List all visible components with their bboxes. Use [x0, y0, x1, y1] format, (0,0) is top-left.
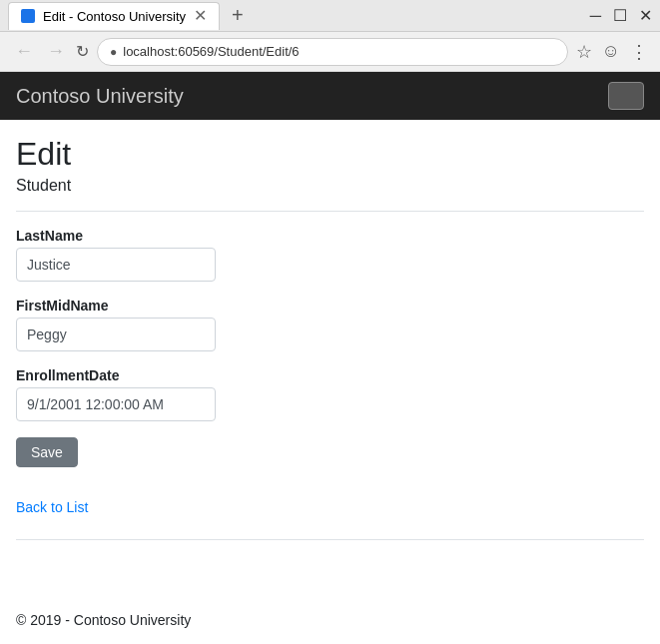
- first-mid-name-input[interactable]: [16, 318, 216, 351]
- copyright-text: © 2019 - Contoso University: [16, 612, 191, 628]
- top-divider: [16, 211, 644, 212]
- nav-toggle-button[interactable]: [608, 82, 644, 110]
- footer-divider: [16, 539, 644, 540]
- tab-close-icon[interactable]: ✕: [194, 8, 207, 24]
- footer: © 2019 - Contoso University: [0, 604, 660, 644]
- first-mid-name-group: FirstMidName: [16, 298, 644, 351]
- bookmark-icon[interactable]: ☆: [576, 41, 592, 63]
- back-nav-button[interactable]: ←: [12, 41, 36, 62]
- edit-form: LastName FirstMidName EnrollmentDate Sav…: [16, 228, 644, 483]
- new-tab-button[interactable]: +: [232, 4, 244, 27]
- window-controls: ─ ☐ ✕: [590, 8, 652, 24]
- enrollment-date-group: EnrollmentDate: [16, 367, 644, 421]
- first-mid-name-label: FirstMidName: [16, 298, 644, 314]
- tab-title: Edit - Contoso University: [43, 9, 186, 24]
- title-bar-left: Edit - Contoso University ✕ +: [8, 2, 244, 30]
- url-text: localhost:60569/Student/Edit/6: [123, 44, 299, 59]
- form-actions: Save: [16, 437, 644, 483]
- forward-nav-button[interactable]: →: [44, 41, 68, 62]
- lock-icon: ●: [110, 45, 117, 59]
- address-bar: ← → ↻ ● localhost:60569/Student/Edit/6 ☆…: [0, 32, 660, 72]
- minimize-button[interactable]: ─: [590, 8, 601, 24]
- back-to-list-link[interactable]: Back to List: [16, 499, 88, 515]
- main-content: Edit Student LastName FirstMidName Enrol…: [0, 120, 660, 604]
- page-content: Contoso University Edit Student LastName…: [0, 72, 660, 644]
- browser-window: Edit - Contoso University ✕ + ─ ☐ ✕ ← → …: [0, 0, 660, 644]
- page-subheading: Student: [16, 177, 644, 195]
- maximize-button[interactable]: ☐: [613, 8, 627, 24]
- last-name-input[interactable]: [16, 248, 216, 282]
- app-title: Contoso University: [16, 85, 184, 108]
- title-bar: Edit - Contoso University ✕ + ─ ☐ ✕: [0, 0, 660, 32]
- enrollment-date-input[interactable]: [16, 387, 216, 421]
- last-name-group: LastName: [16, 228, 644, 282]
- close-button[interactable]: ✕: [639, 8, 652, 24]
- save-button[interactable]: Save: [16, 437, 78, 467]
- last-name-label: LastName: [16, 228, 644, 244]
- menu-icon[interactable]: ⋮: [630, 41, 648, 63]
- reload-button[interactable]: ↻: [76, 42, 89, 61]
- page-heading: Edit: [16, 136, 644, 173]
- tab-favicon: [21, 9, 35, 23]
- enrollment-date-label: EnrollmentDate: [16, 367, 644, 383]
- account-icon[interactable]: ☺: [602, 41, 620, 62]
- browser-tab[interactable]: Edit - Contoso University ✕: [8, 2, 220, 30]
- url-bar[interactable]: ● localhost:60569/Student/Edit/6: [97, 38, 568, 66]
- address-bar-actions: ☆ ☺ ⋮: [576, 41, 648, 63]
- app-navbar: Contoso University: [0, 72, 660, 120]
